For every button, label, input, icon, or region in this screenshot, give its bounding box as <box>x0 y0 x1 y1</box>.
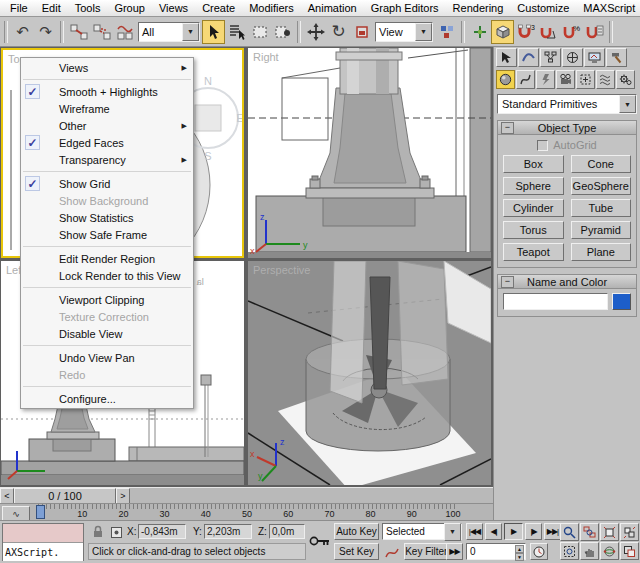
zoom-extents-all-button[interactable] <box>620 523 639 541</box>
spinner-snap-toggle-button[interactable] <box>583 20 606 44</box>
menu-item-edged-faces[interactable]: ✓Edged Faces <box>21 134 193 151</box>
percent-snap-toggle-button[interactable]: % <box>560 20 583 44</box>
listener-pane[interactable]: AXScript. <box>3 543 83 561</box>
absolute-offset-mode-toggle[interactable] <box>108 524 124 540</box>
auto-key-button[interactable]: Auto Key <box>334 523 379 540</box>
select-and-manipulate-button[interactable] <box>468 20 491 44</box>
primitive-category-dropdown[interactable]: Standard Primitives ▼ <box>497 94 637 114</box>
menu-edit[interactable]: Edit <box>35 1 68 15</box>
set-keys-button[interactable] <box>308 531 332 551</box>
angle-snap-toggle-button[interactable] <box>537 20 560 44</box>
dropdown-arrow-icon[interactable]: ▼ <box>444 523 461 541</box>
cylinder-button[interactable]: Cylinder <box>503 199 564 217</box>
collapse-icon[interactable]: − <box>501 122 514 134</box>
redo-button[interactable]: ↷ <box>34 20 57 44</box>
previous-frame-button[interactable]: ◀| <box>485 523 502 540</box>
key-mode-toggle-button[interactable]: ▶▶ <box>446 543 463 560</box>
menu-item-smooth-highlights[interactable]: ✓Smooth + Highlights <box>21 83 193 100</box>
next-frame-arrow-button[interactable]: > <box>116 488 130 504</box>
cone-button[interactable]: Cone <box>571 155 632 173</box>
window-crossing-button[interactable] <box>271 20 294 44</box>
current-frame-field[interactable]: 0 ▲▼ <box>466 543 526 560</box>
set-key-button[interactable]: Set Key <box>334 543 379 560</box>
track-bar-frame-handle[interactable] <box>36 505 45 519</box>
menu-views[interactable]: Views <box>152 1 195 15</box>
menu-item-views[interactable]: Views▶ <box>21 59 193 76</box>
menu-item-wireframe[interactable]: Wireframe <box>21 100 193 117</box>
menu-item-show-statistics[interactable]: Show Statistics <box>21 209 193 226</box>
menu-item-disable-view[interactable]: Disable View <box>21 325 193 342</box>
go-to-end-button[interactable]: ▶▶| <box>544 523 561 540</box>
zoom-button[interactable] <box>560 523 579 541</box>
select-and-rotate-button[interactable]: ↻ <box>327 20 350 44</box>
z-coordinate-field[interactable]: 0,0m <box>269 524 305 539</box>
autogrid-checkbox[interactable] <box>537 140 548 151</box>
tab-utilities[interactable] <box>606 48 627 67</box>
track-bar-ruler[interactable]: 0102030405060708090100 <box>38 504 458 521</box>
geosphere-button[interactable]: GeoSphere <box>571 177 632 195</box>
maxscript-mini-listener[interactable]: AXScript. <box>2 523 84 561</box>
select-object-button[interactable] <box>202 20 225 44</box>
zoom-extents-button[interactable] <box>600 523 619 541</box>
select-and-link-button[interactable] <box>67 20 90 44</box>
category-cameras[interactable] <box>556 70 575 89</box>
tab-modify[interactable] <box>518 48 539 67</box>
rectangular-selection-region-button[interactable] <box>248 20 271 44</box>
use-pivot-point-center-button[interactable] <box>435 20 458 44</box>
tab-create[interactable] <box>496 48 517 67</box>
maximize-viewport-toggle-button[interactable] <box>620 542 639 560</box>
next-frame-button[interactable]: |▶ <box>525 523 542 540</box>
viewport-right[interactable]: Right z <box>248 48 491 258</box>
category-geometry[interactable] <box>496 70 515 89</box>
pyramid-button[interactable]: Pyramid <box>571 221 632 239</box>
object-color-swatch[interactable] <box>612 293 631 310</box>
menu-item-transparency[interactable]: Transparency▶ <box>21 151 193 168</box>
snaps-toggle-button[interactable] <box>491 20 514 44</box>
teapot-button[interactable]: Teapot <box>503 243 564 261</box>
category-space-warps[interactable] <box>596 70 615 89</box>
menu-file[interactable]: File <box>3 1 35 15</box>
dropdown-arrow-icon[interactable]: ▼ <box>415 23 432 41</box>
menu-animation[interactable]: Animation <box>301 1 364 15</box>
pan-view-button[interactable] <box>580 542 599 560</box>
menu-create[interactable]: Create <box>195 1 242 15</box>
macro-recorder-pane[interactable] <box>3 524 83 543</box>
bind-to-space-warp-button[interactable] <box>113 20 136 44</box>
tab-motion[interactable] <box>562 48 583 67</box>
menu-item-configure[interactable]: Configure... <box>21 390 193 407</box>
menu-item-viewport-clipping[interactable]: Viewport Clipping <box>21 291 193 308</box>
box-button[interactable]: Box <box>503 155 564 173</box>
mini-curve-editor-button[interactable]: ∿ <box>2 506 30 521</box>
previous-frame-arrow-button[interactable]: < <box>0 488 14 504</box>
key-mode-dropdown[interactable]: Selected ▼ <box>382 523 462 540</box>
default-in-out-tangents-button[interactable] <box>384 544 400 560</box>
menu-graph-editors[interactable]: Graph Editors <box>364 1 446 15</box>
menu-item-show-safe-frame[interactable]: Show Safe Frame <box>21 226 193 243</box>
menu-customize[interactable]: Customize <box>510 1 576 15</box>
menu-tools[interactable]: Tools <box>68 1 108 15</box>
undo-button[interactable]: ↶ <box>11 20 34 44</box>
menu-rendering[interactable]: Rendering <box>446 1 511 15</box>
reference-coordinate-system-dropdown[interactable]: View ▼ <box>375 22 433 42</box>
menu-item-undo-view-pan[interactable]: Undo View Pan <box>21 349 193 366</box>
track-bar[interactable]: ∿ 0102030405060708090100 <box>0 503 493 520</box>
select-and-move-button[interactable] <box>304 20 327 44</box>
field-of-view-region-zoom-button[interactable] <box>560 542 579 560</box>
arc-rotate-button[interactable] <box>600 542 619 560</box>
x-coordinate-field[interactable]: -0,843m <box>138 524 186 539</box>
unlink-selection-button[interactable] <box>90 20 113 44</box>
zoom-all-button[interactable] <box>580 523 599 541</box>
menu-item-show-grid[interactable]: ✓Show Grid <box>21 175 193 192</box>
menu-item-edit-render-region[interactable]: Edit Render Region <box>21 250 193 267</box>
object-name-input[interactable] <box>503 293 608 310</box>
tab-hierarchy[interactable] <box>540 48 561 67</box>
frame-spinner[interactable]: ▲▼ <box>515 545 524 558</box>
tab-display[interactable] <box>584 48 605 67</box>
y-coordinate-field[interactable]: 2,203m <box>204 524 252 539</box>
menu-item-other[interactable]: Other▶ <box>21 117 193 134</box>
category-lights[interactable] <box>536 70 555 89</box>
sphere-button[interactable]: Sphere <box>503 177 564 195</box>
select-by-name-button[interactable] <box>225 20 248 44</box>
viewport-perspective[interactable]: Perspective <box>248 261 491 485</box>
menu-modifiers[interactable]: Modifiers <box>242 1 301 15</box>
